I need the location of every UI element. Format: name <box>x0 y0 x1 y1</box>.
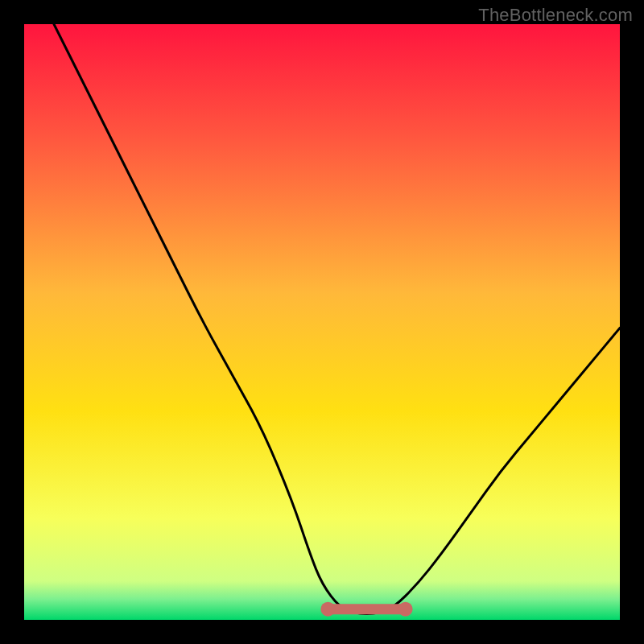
svg-point-2 <box>398 602 413 617</box>
bottleneck-chart <box>24 24 620 620</box>
svg-point-1 <box>320 602 335 617</box>
watermark-text: TheBottleneck.com <box>478 5 633 26</box>
gradient-background <box>24 24 620 620</box>
optimal-zone-marker <box>320 602 412 617</box>
chart-frame: TheBottleneck.com <box>0 0 644 644</box>
